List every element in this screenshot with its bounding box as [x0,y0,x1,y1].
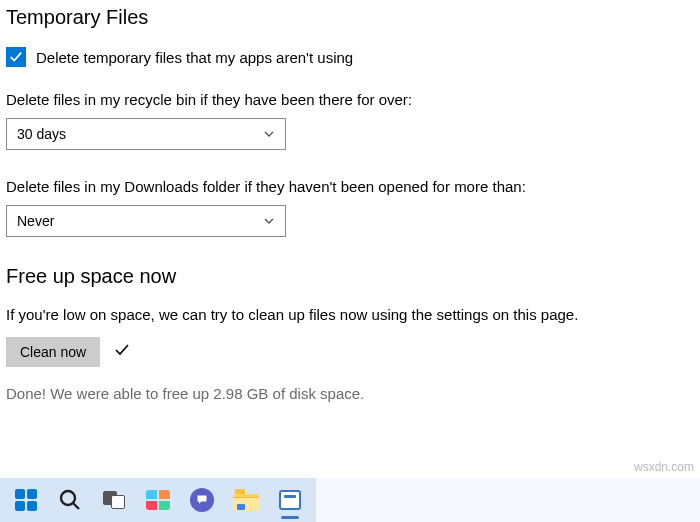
checkmark-icon [9,50,23,64]
taskbar [0,478,700,522]
watermark-text: wsxdn.com [634,460,694,474]
clean-now-button[interactable]: Clean now [6,337,100,367]
success-check-icon [114,342,130,362]
downloads-dropdown[interactable]: Never [6,205,286,237]
downloads-value: Never [17,213,54,229]
free-up-description: If you're low on space, we can try to cl… [6,306,694,323]
chat-button[interactable] [180,478,224,522]
task-view-icon [101,487,127,513]
windows-start-icon [13,487,39,513]
search-button[interactable] [48,478,92,522]
delete-temp-files-label: Delete temporary files that my apps aren… [36,49,353,66]
temporary-files-header: Temporary Files [6,6,694,29]
downloads-label: Delete files in my Downloads folder if t… [6,178,694,195]
start-button[interactable] [4,478,48,522]
widgets-icon [145,487,171,513]
svg-point-0 [61,491,75,505]
search-icon [57,487,83,513]
svg-line-1 [73,503,79,509]
chevron-down-icon [263,215,275,227]
file-explorer-button[interactable] [224,478,268,522]
free-up-space-header: Free up space now [6,265,694,288]
running-app-button[interactable] [268,478,312,522]
chevron-down-icon [263,128,275,140]
delete-temp-files-row: Delete temporary files that my apps aren… [6,47,694,67]
delete-temp-files-checkbox[interactable] [6,47,26,67]
widgets-button[interactable] [136,478,180,522]
folder-icon [233,487,259,513]
task-view-button[interactable] [92,478,136,522]
recycle-bin-label: Delete files in my recycle bin if they h… [6,91,694,108]
app-window-icon [277,487,303,513]
taskbar-empty-area [316,478,700,522]
recycle-bin-dropdown[interactable]: 30 days [6,118,286,150]
chat-icon [189,487,215,513]
cleanup-status-text: Done! We were able to free up 2.98 GB of… [6,385,694,402]
recycle-bin-value: 30 days [17,126,66,142]
